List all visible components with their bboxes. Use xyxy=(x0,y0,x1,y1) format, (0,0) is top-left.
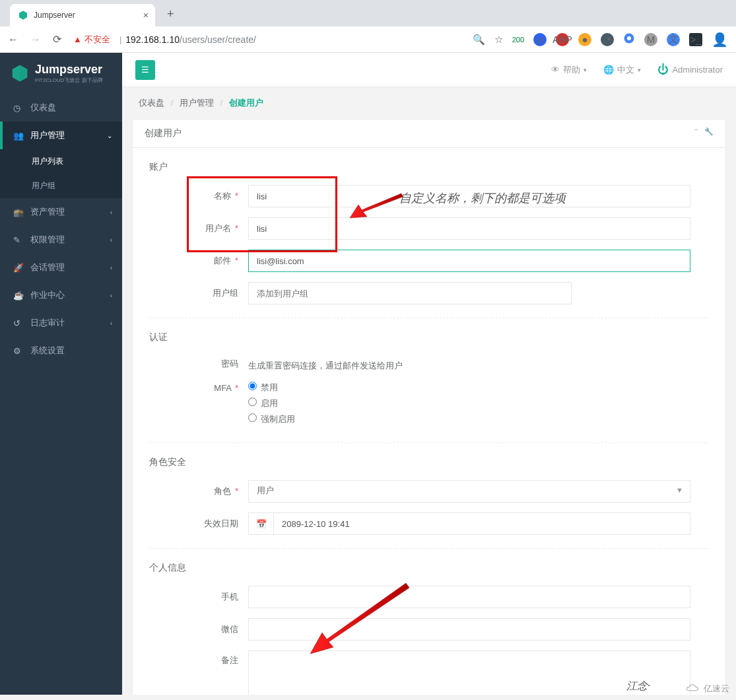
nav-user-list[interactable]: 用户列表 xyxy=(0,149,122,174)
topbar: ☰ 👁 帮助 ▾ 🌐 中文 ▾ ⏻ Administrator xyxy=(122,53,736,87)
help-menu[interactable]: 👁 帮助 ▾ xyxy=(551,64,587,76)
nav-system-settings[interactable]: ⚙ 系统设置 xyxy=(0,337,122,365)
section-personal: 个人信息 xyxy=(149,562,709,574)
ext-icon-translate[interactable]: 文 xyxy=(667,33,680,46)
input-usergroup[interactable] xyxy=(248,282,572,304)
logo-tagline: FIT2CLOUD飞致云 旗下品牌 xyxy=(35,77,103,84)
input-wechat[interactable] xyxy=(248,618,690,641)
ext-icon-chrome[interactable] xyxy=(623,32,635,46)
power-icon: ⏻ xyxy=(657,63,669,77)
signature: 江念· xyxy=(626,680,650,693)
chevron-left-icon: ‹ xyxy=(110,209,112,216)
section-role-security: 角色安全 xyxy=(149,456,709,468)
nav-user-group[interactable]: 用户组 xyxy=(0,174,122,198)
input-phone[interactable] xyxy=(248,586,690,608)
tab-favicon-icon xyxy=(18,10,28,20)
password-hint: 生成重置密码连接，通过邮件发送给用户 xyxy=(248,355,403,372)
security-warning[interactable]: ▲ 不安全 xyxy=(73,34,110,46)
language-menu[interactable]: 🌐 中文 ▾ xyxy=(603,64,641,76)
lang-label: 中文 xyxy=(617,64,634,76)
ext-icon-m[interactable]: M xyxy=(644,33,657,46)
label-email: 邮件 * xyxy=(149,255,248,267)
chevron-left-icon: ‹ xyxy=(110,264,112,271)
nav-session-management[interactable]: 🚀 会话管理 ‹ xyxy=(0,254,122,281)
nav-label: 会话管理 xyxy=(30,262,65,273)
ext-icon-abp[interactable]: ABP xyxy=(556,33,569,46)
ext-icon-3[interactable]: ● xyxy=(578,33,591,46)
chevron-down-icon: ⌄ xyxy=(107,132,112,139)
globe-icon: 🌐 xyxy=(603,65,614,75)
star-icon[interactable]: ☆ xyxy=(494,34,503,46)
chevron-left-icon: ‹ xyxy=(110,320,112,327)
back-icon[interactable]: ← xyxy=(8,34,18,46)
tab-title: Jumpserver xyxy=(34,11,75,20)
nav-label: 资产管理 xyxy=(30,206,65,218)
nav-log-audit[interactable]: ↺ 日志审计 ‹ xyxy=(0,309,122,337)
label-remark: 备注 xyxy=(149,650,248,666)
help-label: 帮助 xyxy=(563,64,580,76)
input-email[interactable] xyxy=(248,250,690,272)
label-expire: 失效日期 xyxy=(149,518,248,530)
breadcrumb-dashboard[interactable]: 仪表盘 xyxy=(139,98,164,108)
calendar-icon[interactable]: 📅 xyxy=(248,512,273,535)
forward-icon[interactable]: → xyxy=(30,34,41,46)
label-phone: 手机 xyxy=(149,591,248,603)
address-bar: ← → ⟳ ▲ 不安全 | 192.168.1.10/users/user/cr… xyxy=(0,26,736,53)
label-role: 角色 * xyxy=(149,485,248,497)
nav-label: 用户管理 xyxy=(30,129,65,141)
url-path[interactable]: /users/user/create/ xyxy=(180,34,256,45)
svg-point-1 xyxy=(627,36,631,40)
reload-icon[interactable]: ⟳ xyxy=(53,33,61,46)
label-password: 密码 xyxy=(149,358,248,370)
nav-job-center[interactable]: ☕ 作业中心 ‹ xyxy=(0,281,122,309)
url-host[interactable]: 192.168.1.10 xyxy=(125,34,180,45)
sidebar-toggle-button[interactable]: ☰ xyxy=(135,60,155,80)
radio-mfa-disable[interactable]: 禁用 xyxy=(248,382,295,394)
nav-asset-management[interactable]: 🕋 资产管理 ‹ xyxy=(0,198,122,226)
browser-tab[interactable]: Jumpserver × xyxy=(10,4,155,26)
wrench-icon[interactable]: 🔧 xyxy=(704,127,714,139)
logo-icon xyxy=(10,63,30,83)
ext-icon-4[interactable]: ◔ xyxy=(601,33,614,46)
zoom-icon[interactable]: 🔍 xyxy=(473,34,485,46)
nav-permission-management[interactable]: ✎ 权限管理 ‹ xyxy=(0,226,122,254)
chevron-left-icon: ‹ xyxy=(110,292,112,299)
select-role[interactable]: 用户 ▼ xyxy=(248,480,690,503)
chevron-down-icon: ▾ xyxy=(584,67,587,73)
profile-icon[interactable]: 👤 xyxy=(712,32,728,48)
nav-user-management[interactable]: 👥 用户管理 ⌄ xyxy=(0,122,122,149)
coffee-icon: ☕ xyxy=(13,291,24,300)
breadcrumb-user-mgmt[interactable]: 用户管理 xyxy=(180,98,214,108)
admin-menu[interactable]: ⏻ Administrator xyxy=(657,63,723,77)
browser-tab-bar: Jumpserver × + xyxy=(0,0,736,26)
warning-icon: ▲ xyxy=(73,34,82,44)
gears-icon: ⚙ xyxy=(13,346,24,356)
select-role-value: 用户 xyxy=(257,485,274,495)
main-content: ☰ 👁 帮助 ▾ 🌐 中文 ▾ ⏻ Administrator 仪 xyxy=(122,53,736,695)
label-username: 用户名 * xyxy=(149,223,248,234)
collapse-icon[interactable]: ⌃ xyxy=(693,127,699,139)
edit-icon: ✎ xyxy=(13,235,24,245)
asset-icon: 🕋 xyxy=(13,207,24,217)
radio-mfa-force[interactable]: 强制启用 xyxy=(248,413,295,425)
badge-200: 200 xyxy=(512,36,524,44)
input-expire-date[interactable] xyxy=(273,512,690,535)
tab-close-icon[interactable]: × xyxy=(143,10,149,20)
input-remark[interactable] xyxy=(248,650,690,695)
logo-text: Jumpserver xyxy=(35,63,103,77)
nav-label: 权限管理 xyxy=(30,234,65,246)
logo[interactable]: Jumpserver FIT2CLOUD飞致云 旗下品牌 xyxy=(0,53,122,94)
ext-icon-terminal[interactable]: >_ xyxy=(689,33,702,46)
label-mfa: MFA * xyxy=(149,382,248,393)
input-username[interactable] xyxy=(248,217,690,240)
section-account: 账户 xyxy=(149,161,709,173)
new-tab-button[interactable]: + xyxy=(167,7,174,21)
nav-dashboard[interactable]: ◷ 仪表盘 xyxy=(0,94,122,122)
insecure-label: 不安全 xyxy=(84,34,110,46)
chevron-down-icon: ▾ xyxy=(638,67,641,73)
history-icon: ↺ xyxy=(13,318,24,328)
ext-icon-1[interactable]: ip xyxy=(533,33,547,46)
chevron-left-icon: ‹ xyxy=(110,236,112,244)
radio-mfa-enable[interactable]: 启用 xyxy=(248,398,295,409)
dashboard-icon: ◷ xyxy=(13,103,24,113)
